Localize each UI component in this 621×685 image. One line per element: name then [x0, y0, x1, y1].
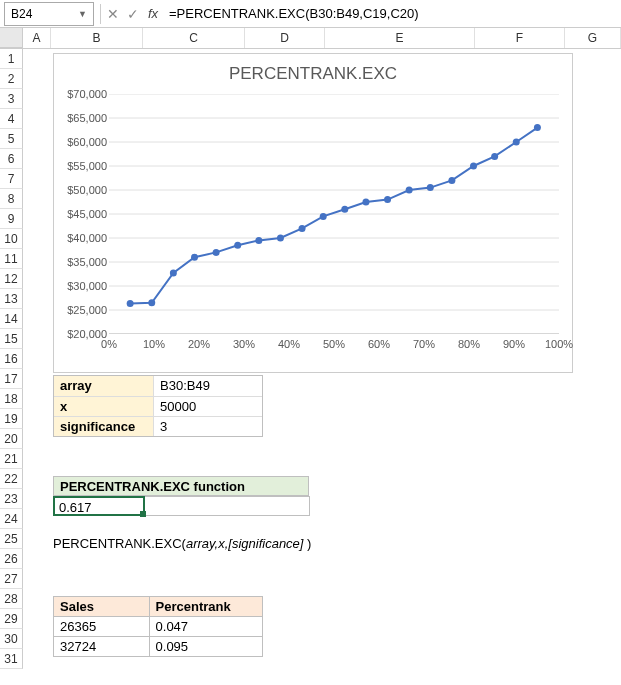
svg-point-29 — [513, 139, 520, 146]
row-header[interactable]: 1 — [0, 49, 23, 69]
col-header-E[interactable]: E — [325, 28, 475, 48]
param-row: arrayB30:B49 — [54, 376, 262, 396]
param-value[interactable]: B30:B49 — [154, 376, 262, 396]
row-header[interactable]: 6 — [0, 149, 23, 169]
col-header-G[interactable]: G — [565, 28, 621, 48]
svg-point-16 — [234, 242, 241, 249]
row-header[interactable]: 9 — [0, 209, 23, 229]
cell-reference: B24 — [11, 7, 32, 21]
name-box[interactable]: B24 ▼ — [4, 2, 94, 26]
row-header[interactable]: 2 — [0, 69, 23, 89]
svg-point-13 — [170, 269, 177, 276]
params-table: arrayB30:B49x50000significance3 — [53, 375, 263, 437]
row-header[interactable]: 22 — [0, 469, 23, 489]
row-header[interactable]: 29 — [0, 609, 23, 629]
table-header-row: SalesPercentrank — [54, 597, 263, 617]
param-row: significance3 — [54, 416, 262, 436]
row-header[interactable]: 24 — [0, 509, 23, 529]
svg-point-17 — [255, 237, 262, 244]
svg-point-11 — [127, 300, 134, 307]
col-header-C[interactable]: C — [143, 28, 245, 48]
table-cell[interactable]: 32724 — [54, 637, 150, 657]
embedded-chart[interactable]: PERCENTRANK.EXC $70,000$65,000$60,000$55… — [53, 53, 573, 373]
row-header[interactable]: 30 — [0, 629, 23, 649]
row-header[interactable]: 26 — [0, 549, 23, 569]
x-tick-label: 60% — [368, 338, 390, 350]
chart-svg — [109, 94, 559, 334]
table-header-cell[interactable]: Percentrank — [150, 597, 263, 617]
adjacent-cell[interactable] — [145, 496, 310, 516]
row-header[interactable]: 27 — [0, 569, 23, 589]
svg-point-21 — [341, 206, 348, 213]
col-header-F[interactable]: F — [475, 28, 565, 48]
row-header[interactable]: 25 — [0, 529, 23, 549]
table-cell[interactable]: 0.047 — [150, 617, 263, 637]
col-header-A[interactable]: A — [23, 28, 51, 48]
y-tick-label: $65,000 — [67, 112, 107, 124]
x-tick-label: 70% — [413, 338, 435, 350]
y-tick-label: $60,000 — [67, 136, 107, 148]
row-header[interactable]: 19 — [0, 409, 23, 429]
row-header[interactable]: 18 — [0, 389, 23, 409]
row-header[interactable]: 12 — [0, 269, 23, 289]
cells-area[interactable]: PERCENTRANK.EXC $70,000$65,000$60,000$55… — [23, 49, 621, 669]
svg-point-24 — [406, 187, 413, 194]
function-syntax: PERCENTRANK.EXC(array,x,[significance] ) — [53, 536, 311, 551]
x-tick-label: 50% — [323, 338, 345, 350]
svg-point-30 — [534, 124, 541, 131]
row-header[interactable]: 15 — [0, 329, 23, 349]
y-axis-labels: $70,000$65,000$60,000$55,000$50,000$45,0… — [59, 94, 107, 334]
cancel-icon[interactable]: ✕ — [103, 6, 123, 22]
table-row: 327240.095 — [54, 637, 263, 657]
x-tick-label: 90% — [503, 338, 525, 350]
row-header[interactable]: 7 — [0, 169, 23, 189]
row-headers: 1234567891011121314151617181920212223242… — [0, 49, 23, 669]
y-tick-label: $35,000 — [67, 256, 107, 268]
svg-point-20 — [320, 213, 327, 220]
table-cell[interactable]: 0.095 — [150, 637, 263, 657]
param-value[interactable]: 50000 — [154, 397, 262, 416]
table-header-cell[interactable]: Sales — [54, 597, 150, 617]
col-header-D[interactable]: D — [245, 28, 325, 48]
check-icon[interactable]: ✓ — [123, 6, 143, 22]
row-header[interactable]: 5 — [0, 129, 23, 149]
row-header[interactable]: 21 — [0, 449, 23, 469]
row-header[interactable]: 14 — [0, 309, 23, 329]
row-header[interactable]: 17 — [0, 369, 23, 389]
row-header[interactable]: 3 — [0, 89, 23, 109]
table-cell[interactable]: 26365 — [54, 617, 150, 637]
x-axis-labels: 0%10%20%30%40%50%60%70%80%90%100% — [109, 338, 559, 356]
row-header[interactable]: 10 — [0, 229, 23, 249]
row-header[interactable]: 4 — [0, 109, 23, 129]
svg-point-23 — [384, 196, 391, 203]
x-tick-label: 20% — [188, 338, 210, 350]
row-header[interactable]: 13 — [0, 289, 23, 309]
y-tick-label: $50,000 — [67, 184, 107, 196]
x-tick-label: 80% — [458, 338, 480, 350]
column-headers: A B C D E F G — [0, 28, 621, 49]
active-cell[interactable]: 0.617 — [53, 496, 145, 516]
row-header[interactable]: 28 — [0, 589, 23, 609]
row-header[interactable]: 11 — [0, 249, 23, 269]
x-tick-label: 100% — [545, 338, 573, 350]
row-header[interactable]: 8 — [0, 189, 23, 209]
col-header-B[interactable]: B — [51, 28, 143, 48]
syntax-args: array,x,[significance] — [186, 536, 304, 551]
formula-bar: B24 ▼ ✕ ✓ fx — [0, 0, 621, 28]
param-label: x — [54, 397, 154, 416]
svg-point-26 — [448, 177, 455, 184]
function-header: PERCENTRANK.EXC function — [53, 476, 309, 496]
svg-point-19 — [299, 225, 306, 232]
formula-input[interactable] — [163, 2, 621, 26]
row-header[interactable]: 31 — [0, 649, 23, 669]
row-header[interactable]: 20 — [0, 429, 23, 449]
select-all-corner[interactable] — [0, 28, 23, 48]
y-tick-label: $30,000 — [67, 280, 107, 292]
param-value[interactable]: 3 — [154, 417, 262, 436]
fx-icon[interactable]: fx — [143, 6, 163, 21]
chevron-down-icon[interactable]: ▼ — [78, 9, 87, 19]
row-header[interactable]: 23 — [0, 489, 23, 509]
row-header[interactable]: 16 — [0, 349, 23, 369]
y-tick-label: $55,000 — [67, 160, 107, 172]
svg-point-14 — [191, 254, 198, 261]
